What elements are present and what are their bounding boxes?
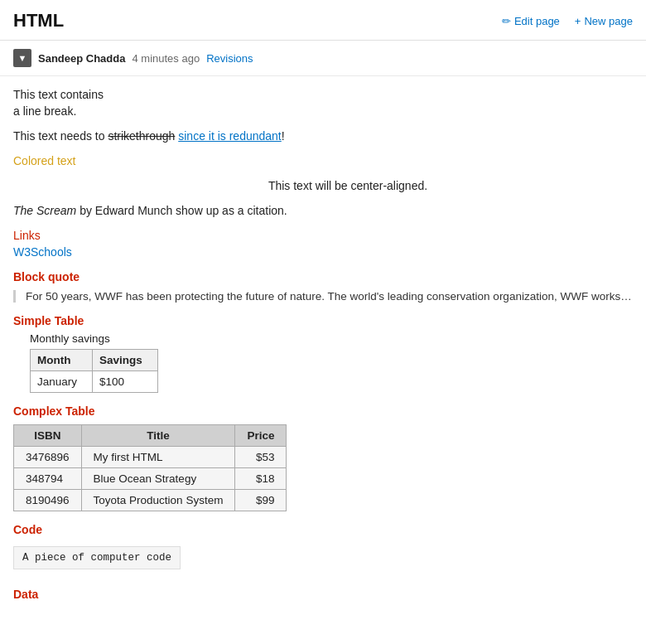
citation-line: The Scream by Edward Munch show up as a … <box>13 204 633 217</box>
header-actions: ✏ Edit page + New page <box>502 15 633 27</box>
edit-page-button[interactable]: ✏ Edit page <box>502 15 560 27</box>
citation-italic: The Scream <box>13 204 76 217</box>
author-name: Sandeep Chadda <box>38 52 125 65</box>
table-cell-isbn-3: 8190496 <box>14 490 82 511</box>
author-row: ▼ Sandeep Chadda 4 minutes ago Revisions <box>0 41 646 76</box>
block-quote-text: For 50 years, WWF has been protecting th… <box>26 290 633 303</box>
complex-table: ISBN Title Price 3476896 My first HTML $… <box>13 424 287 511</box>
line-break-text2: a line break. <box>13 104 633 118</box>
revisions-link[interactable]: Revisions <box>206 52 253 65</box>
simple-table: Month Savings January $100 <box>30 349 158 393</box>
table-cell-title-2: Blue Ocean Strategy <box>81 468 235 490</box>
line-break-section: This text contains a line break. <box>13 88 633 118</box>
table-row: 8190496 Toyota Production System $99 <box>14 490 287 511</box>
strikethrough-line: This text needs to strikethrough since i… <box>13 129 633 143</box>
table-cell-savings: $100 <box>93 371 158 393</box>
table-row: 3476896 My first HTML $53 <box>14 447 287 468</box>
complex-table-header-price: Price <box>235 425 287 447</box>
blockquote-heading: Block quote <box>13 270 633 283</box>
citation-rest: by Edward Munch show up as a citation. <box>76 204 287 217</box>
content-area: This text contains a line break. This te… <box>0 76 646 617</box>
page-title: HTML <box>13 10 64 31</box>
code-heading: Code <box>13 523 633 536</box>
complex-table-header-row: ISBN Title Price <box>14 425 287 447</box>
table-cell-price-3: $99 <box>235 490 287 511</box>
simple-table-header-month: Month <box>31 350 93 371</box>
strikethrough-prefix: This text needs to <box>13 129 108 143</box>
table-cell-price-2: $18 <box>235 468 287 490</box>
table-cell-isbn-2: 348794 <box>14 468 82 490</box>
simple-table-caption: Monthly savings <box>30 332 633 345</box>
block-quote: For 50 years, WWF has been protecting th… <box>13 290 633 303</box>
complex-table-heading: Complex Table <box>13 404 633 418</box>
complex-table-header-isbn: ISBN <box>14 425 82 447</box>
table-row: January $100 <box>31 371 158 393</box>
table-cell-isbn-1: 3476896 <box>14 447 82 468</box>
w3schools-section: W3Schools <box>13 245 633 259</box>
strikethrough-suffix: ! <box>282 129 285 143</box>
w3schools-link[interactable]: W3Schools <box>13 245 72 259</box>
edit-icon: ✏ <box>502 15 511 27</box>
new-page-button[interactable]: + New page <box>575 15 633 27</box>
complex-table-header-title: Title <box>81 425 235 447</box>
simple-table-header-row: Month Savings <box>31 350 158 371</box>
table-row: 348794 Blue Ocean Strategy $18 <box>14 468 287 490</box>
table-cell-title-3: Toyota Production System <box>81 490 235 511</box>
table-cell-title-1: My first HTML <box>81 447 235 468</box>
strikethrough-word: strikethrough <box>108 129 175 143</box>
author-time: 4 minutes ago <box>132 52 200 65</box>
table-cell-month: January <box>31 371 93 393</box>
new-icon: + <box>575 15 581 27</box>
line-break-text1: This text contains <box>13 88 633 101</box>
simple-table-heading: Simple Table <box>13 314 633 327</box>
data-heading: Data <box>13 588 633 601</box>
page-header: HTML ✏ Edit page + New page <box>0 0 646 41</box>
center-text: This text will be center-aligned. <box>13 179 633 192</box>
links-section: Links <box>13 229 633 242</box>
avatar: ▼ <box>13 49 31 67</box>
code-block: A piece of computer code <box>13 546 181 569</box>
simple-table-header-savings: Savings <box>93 350 158 371</box>
underline-text: since it is redundant <box>178 129 282 143</box>
colored-text: Colored text <box>13 154 633 167</box>
table-cell-price-1: $53 <box>235 447 287 468</box>
links-link[interactable]: Links <box>13 229 41 242</box>
